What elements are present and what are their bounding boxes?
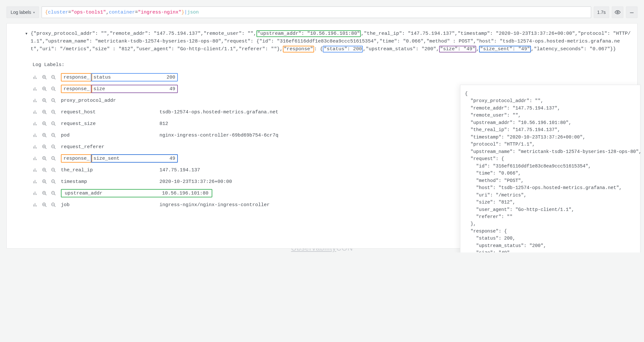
label-key: response_size49 [60,85,178,93]
stats-icon[interactable] [33,109,38,115]
zoom-in-icon[interactable] [42,133,47,138]
zoom-out-icon[interactable] [51,167,56,173]
label-value: 812 [159,121,168,127]
highlight-size-sent: "size_sent": "49" [479,46,531,52]
zoom-out-icon[interactable] [51,109,56,115]
label-value: 147.75.194.137 [159,167,200,173]
log-labels-button[interactable]: Log labels ▾ [6,6,39,18]
zoom-out-icon[interactable] [51,144,56,149]
query-toolbar: Log labels ▾ {cluster="ops-tools1",conta… [6,6,638,18]
label-key: pod [60,133,156,138]
zoom-out-icon[interactable] [51,98,56,103]
label-key: response_size_sent49 [60,154,178,163]
zoom-in-icon[interactable] [42,191,47,196]
label-key: request_host [60,109,156,115]
zoom-in-icon[interactable] [42,202,47,207]
stats-icon[interactable] [33,156,38,161]
stats-icon[interactable] [33,167,38,173]
log-panel: ▾ {"proxy_protocol_addr": "","remote_add… [6,23,638,249]
label-key: the_real_ip [60,167,156,173]
eye-button[interactable] [612,6,623,18]
highlight-status: "status": 200 [323,46,363,52]
zoom-in-icon[interactable] [42,156,47,161]
chevron-down-icon: ▾ [33,11,35,14]
zoom-in-icon[interactable] [42,86,47,91]
zoom-out-icon[interactable] [51,86,56,91]
highlight-size: "size": "49" [439,46,476,52]
query-input[interactable]: {cluster="ops-tools1",container="ingress… [42,6,591,18]
zoom-in-icon[interactable] [42,75,47,80]
raw-log-line: {"proxy_protocol_addr": "","remote_addr"… [23,30,633,53]
zoom-out-icon[interactable] [51,202,56,207]
label-key: upstream_addr10.56.196.101:80 [60,189,212,197]
remove-button[interactable]: – [626,6,638,18]
label-value: tsdb-12574-ops.hosted-metrics.grafana.ne… [159,109,278,115]
stats-icon[interactable] [33,121,38,126]
label-value: ingress-nginx/nginx-ingress-controller [159,202,270,208]
stats-icon[interactable] [33,191,38,196]
label-key: timestamp [60,179,156,185]
log-labels-title: Log Labels: [33,62,633,68]
zoom-out-icon[interactable] [51,191,56,196]
collapse-caret-icon[interactable]: ▾ [25,31,27,36]
label-value: 2020-10-23T13:37:26+00:00 [159,179,232,185]
stats-icon[interactable] [33,98,38,103]
json-pretty-overlay: { "proxy_protocol_addr": "", "remote_add… [460,85,640,252]
query-time: 1.7s [594,6,609,18]
stats-icon[interactable] [33,202,38,207]
zoom-in-icon[interactable] [42,179,47,184]
zoom-out-icon[interactable] [51,121,56,126]
zoom-in-icon[interactable] [42,144,47,149]
zoom-out-icon[interactable] [51,133,56,138]
highlight-response-key: "response" [283,46,314,52]
stats-icon[interactable] [33,86,38,91]
log-labels-label: Log labels [11,10,31,15]
zoom-out-icon[interactable] [51,75,56,80]
label-key: proxy_protocol_addr [60,98,156,103]
stats-icon[interactable] [33,75,38,80]
stats-icon[interactable] [33,144,38,149]
label-value: nginx-ingress-controller-69bd69b754-6cr7… [159,133,278,138]
stats-icon[interactable] [33,179,38,184]
eye-icon [615,9,620,15]
stats-icon[interactable] [33,133,38,138]
zoom-out-icon[interactable] [51,179,56,184]
highlight-upstream: "upstream_addr": "10.56.196.101:80" [256,30,361,37]
label-key: job [60,202,156,208]
label-row: response_status200 [33,71,633,83]
zoom-in-icon[interactable] [42,109,47,115]
svg-point-0 [617,12,619,13]
label-key: request_referer [60,144,156,150]
label-key: request_size [60,121,156,127]
zoom-in-icon[interactable] [42,121,47,126]
zoom-out-icon[interactable] [51,156,56,161]
zoom-in-icon[interactable] [42,167,47,173]
label-key: response_status200 [60,73,178,81]
zoom-in-icon[interactable] [42,98,47,103]
